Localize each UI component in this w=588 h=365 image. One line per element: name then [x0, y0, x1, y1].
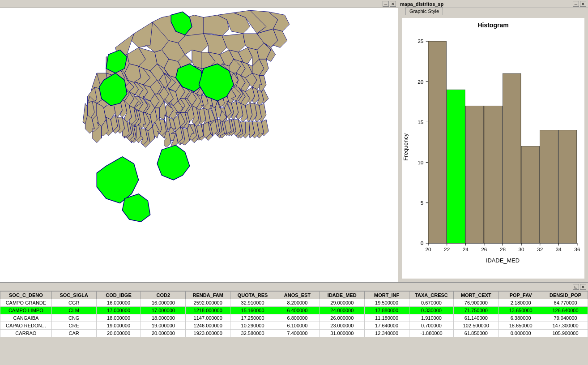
- graphic-style-button[interactable]: Graphic Style: [405, 7, 443, 15]
- col-header-idade-med[interactable]: IDADE_MED: [320, 292, 364, 299]
- svg-text:32: 32: [537, 246, 543, 253]
- table-titlebar: ⊡ ✕: [0, 283, 588, 291]
- table-cell-1-2: 17.000000: [96, 307, 141, 314]
- table-cell-3-12: 147.300000: [543, 322, 588, 330]
- table-cell-2-3: 18.000000: [141, 314, 186, 322]
- col-header-taxa-cresc[interactable]: TAXA_CRESC: [409, 292, 454, 299]
- table-row[interactable]: CANGAIBACNG18.00000018.0000001147.000000…: [0, 314, 588, 322]
- table-cell-3-1: CRE: [51, 322, 96, 330]
- table-row[interactable]: CAMPO GRANDECGR16.00000016.0000002592.00…: [0, 299, 588, 307]
- table-row[interactable]: CAPAO REDON...CRE19.00000019.0000001246.…: [0, 322, 588, 330]
- svg-text:24: 24: [463, 246, 469, 253]
- svg-text:28: 28: [500, 246, 506, 253]
- chart-panel-title: mapa_distritos_sp: [400, 1, 443, 7]
- table-resize-btn[interactable]: ⊡: [573, 284, 579, 290]
- col-header-cod-ibge[interactable]: COD_IBGE: [96, 292, 141, 299]
- table-cell-2-11: 6.380000: [499, 314, 543, 322]
- table-cell-3-6: 6.100000: [275, 322, 320, 330]
- table-cell-4-10: 61.850000: [454, 330, 499, 337]
- table-header-row: SOC_C_DENO SOC_SIGLA COD_IBGE COD2 RENDA…: [0, 292, 588, 299]
- table-close-btn[interactable]: ✕: [580, 284, 586, 290]
- table-cell-2-5: 17.250000: [230, 314, 275, 322]
- svg-text:20: 20: [425, 246, 431, 253]
- svg-text:Frequency: Frequency: [402, 133, 409, 160]
- table-cell-1-4: 1218.000000: [186, 307, 230, 314]
- svg-rect-271: [558, 130, 577, 243]
- table-cell-4-1: CAR: [51, 330, 96, 337]
- histogram-svg: 0 5 10 15 20 25: [402, 30, 584, 273]
- table-cell-3-7: 23.000000: [320, 322, 364, 330]
- svg-rect-266: [465, 106, 484, 243]
- table-cell-1-1: CLM: [51, 307, 96, 314]
- table-cell-2-8: 11.180000: [364, 314, 409, 322]
- table-cell-1-5: 15.160000: [230, 307, 275, 314]
- table-cell-0-11: 2.180000: [499, 299, 543, 307]
- chart-minimize-btn[interactable]: ─: [573, 1, 579, 7]
- table-scroll-area[interactable]: SOC_C_DENO SOC_SIGLA COD_IBGE COD2 RENDA…: [0, 291, 588, 365]
- col-header-mort-inf[interactable]: MORT_INF: [364, 292, 409, 299]
- table-cell-0-4: 2592.000000: [186, 299, 230, 307]
- svg-text:20: 20: [418, 79, 424, 85]
- svg-rect-264: [428, 41, 447, 243]
- svg-rect-267: [484, 106, 503, 243]
- svg-rect-265: [447, 90, 465, 243]
- map-close-btn[interactable]: ✕: [390, 1, 396, 7]
- svg-text:22: 22: [444, 246, 450, 253]
- table-cell-3-11: 18.650000: [499, 322, 543, 330]
- table-cell-0-5: 32.910000: [230, 299, 275, 307]
- table-cell-3-9: 0.700000: [409, 322, 454, 330]
- col-header-quota-res[interactable]: QUOTA_RES: [230, 292, 275, 299]
- table-cell-2-9: 1.910000: [409, 314, 454, 322]
- map-content[interactable]: [0, 8, 398, 282]
- table-cell-2-10: 61.140000: [454, 314, 499, 322]
- table-cell-0-12: 64.770000: [543, 299, 588, 307]
- map-minimize-btn[interactable]: ─: [383, 1, 389, 7]
- table-cell-4-0: CARRAO: [0, 330, 52, 337]
- map-panel: ─ ✕: [0, 0, 398, 282]
- table-cell-0-7: 29.000000: [320, 299, 364, 307]
- col-header-pop-fav[interactable]: POP_FAV: [499, 292, 543, 299]
- svg-text:34: 34: [556, 246, 562, 253]
- table-cell-0-3: 16.000000: [141, 299, 186, 307]
- svg-text:5: 5: [421, 200, 424, 206]
- table-row[interactable]: CARRAOCAR20.00000020.0000001923.00000032…: [0, 330, 588, 337]
- col-header-cod2[interactable]: COD2: [141, 292, 186, 299]
- table-cell-4-4: 1923.000000: [186, 330, 230, 337]
- col-header-mort-cext[interactable]: MORT_CEXT: [454, 292, 499, 299]
- table-cell-4-12: 105.900000: [543, 330, 588, 337]
- table-cell-4-9: -1.880000: [409, 330, 454, 337]
- table-cell-0-0: CAMPO GRANDE: [0, 299, 52, 307]
- svg-text:10: 10: [418, 159, 424, 166]
- table-cell-1-6: 6.400000: [275, 307, 320, 314]
- table-cell-1-3: 17.000000: [141, 307, 186, 314]
- table-cell-3-2: 19.000000: [96, 322, 141, 330]
- col-header-soc-c-deno[interactable]: SOC_C_DENO: [0, 292, 52, 299]
- col-header-renda-fam[interactable]: RENDA_FAM: [186, 292, 230, 299]
- table-cell-2-2: 18.000000: [96, 314, 141, 322]
- svg-text:30: 30: [519, 246, 525, 253]
- col-header-soc-sigla[interactable]: SOC_SIGLA: [51, 292, 96, 299]
- col-header-anos-est[interactable]: ANOS_EST: [275, 292, 320, 299]
- table-cell-1-7: 24.000000: [320, 307, 364, 314]
- table-cell-0-2: 16.000000: [96, 299, 141, 307]
- table-cell-1-0: CAMPO LIMPO: [0, 307, 52, 314]
- table-cell-2-4: 1147.000000: [186, 314, 230, 322]
- col-header-densid-pop[interactable]: DENSID_POP: [543, 292, 588, 299]
- table-cell-2-12: 79.040000: [543, 314, 588, 322]
- table-cell-4-3: 20.000000: [141, 330, 186, 337]
- table-cell-4-2: 20.000000: [96, 330, 141, 337]
- table-row[interactable]: CAMPO LIMPOCLM17.00000017.0000001218.000…: [0, 307, 588, 314]
- table-cell-2-7: 26.000000: [320, 314, 364, 322]
- table-cell-4-11: 0.000000: [499, 330, 543, 337]
- svg-rect-269: [521, 146, 540, 243]
- table-cell-3-8: 17.640000: [364, 322, 409, 330]
- chart-panel: mapa_distritos_sp ─ ✕ Graphic Style Hist…: [398, 0, 588, 282]
- table-cell-2-1: CNG: [51, 314, 96, 322]
- table-cell-3-5: 10.290000: [230, 322, 275, 330]
- table-cell-3-0: CAPAO REDON...: [0, 322, 52, 330]
- chart-close-btn[interactable]: ✕: [580, 1, 586, 7]
- table-cell-0-6: 8.200000: [275, 299, 320, 307]
- table-cell-1-9: 0.330000: [409, 307, 454, 314]
- svg-rect-270: [540, 130, 558, 243]
- svg-text:15: 15: [418, 119, 424, 125]
